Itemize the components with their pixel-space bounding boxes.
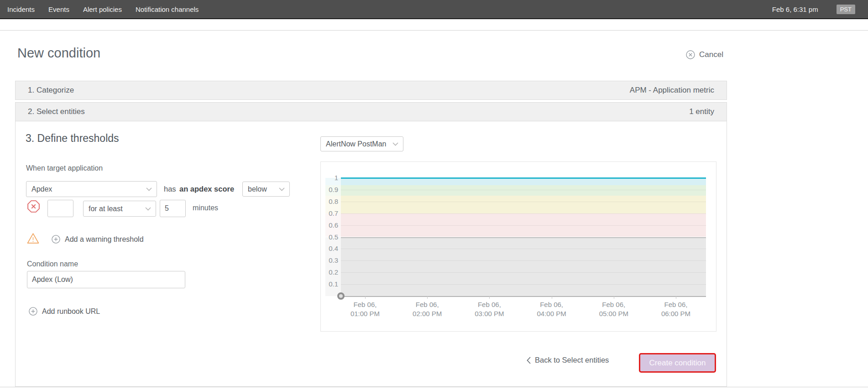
y-axis-tick-label: 0.8 bbox=[321, 198, 338, 205]
x-axis-tick-label: Feb 06,04:00 PM bbox=[522, 300, 581, 318]
duration-operator-select[interactable]: for at least bbox=[83, 201, 156, 217]
timezone-badge: PST bbox=[837, 5, 855, 14]
minutes-label: minutes bbox=[193, 204, 218, 212]
y-axis-tick-label: 0.7 bbox=[321, 209, 338, 217]
plus-circle-icon bbox=[52, 235, 60, 244]
add-warning-label: Add a warning threshold bbox=[65, 235, 144, 244]
has-text: has bbox=[164, 185, 176, 193]
chevron-down-icon bbox=[145, 207, 151, 211]
circle-x-icon bbox=[686, 50, 695, 59]
condition-name-input[interactable] bbox=[27, 271, 185, 288]
duration-minutes-input[interactable] bbox=[160, 200, 186, 217]
y-axis-tick-label: 0.6 bbox=[321, 221, 338, 229]
critical-threshold-input[interactable] bbox=[47, 200, 73, 217]
when-target-label: When target application bbox=[26, 164, 103, 172]
x-axis-tick bbox=[489, 296, 490, 299]
threshold-preview-chart: 10.90.80.70.60.50.40.30.20.1 Feb 06,01:0… bbox=[320, 161, 716, 332]
gridline bbox=[341, 237, 706, 238]
x-axis-tick-label: Feb 06,01:00 PM bbox=[335, 300, 395, 318]
chart-band bbox=[341, 196, 706, 213]
critical-octagon-x-icon bbox=[27, 200, 40, 213]
back-label: Back to Select entities bbox=[535, 356, 609, 364]
chevron-down-icon bbox=[279, 187, 285, 191]
nav-item-notification-channels[interactable]: Notification channels bbox=[136, 5, 199, 13]
y-axis-tick-label: 0.9 bbox=[321, 186, 338, 193]
chart-plot-area bbox=[341, 178, 706, 296]
preview-entity-select[interactable]: AlertNow PostMan bbox=[320, 136, 403, 151]
y-axis-tick-label: 0.2 bbox=[321, 268, 338, 276]
new-condition-page: IncidentsEventsAlert policiesNotificatio… bbox=[0, 0, 868, 390]
threshold-slider-handle[interactable] bbox=[337, 292, 345, 300]
chart-band bbox=[341, 178, 706, 185]
y-axis-tick-label: 1 bbox=[321, 174, 338, 182]
section-heading: 3. Define thresholds bbox=[26, 132, 119, 145]
top-navbar: IncidentsEventsAlert policiesNotificatio… bbox=[0, 0, 868, 19]
nav-datetime: Feb 6, 6:31 pm bbox=[772, 5, 818, 13]
step-label: 1. Categorize bbox=[28, 86, 74, 95]
back-to-select-entities-button[interactable]: Back to Select entities bbox=[527, 356, 609, 364]
x-axis-tick bbox=[365, 296, 366, 299]
x-axis-tick-label: Feb 06,05:00 PM bbox=[584, 300, 643, 318]
nav-item-incidents[interactable]: Incidents bbox=[7, 5, 35, 13]
duration-operator-value: for at least bbox=[89, 205, 123, 213]
step-value: 1 entity bbox=[689, 107, 714, 116]
add-runbook-label: Add runbook URL bbox=[42, 307, 100, 316]
gridline bbox=[341, 225, 706, 226]
create-condition-button[interactable]: Create condition bbox=[640, 354, 715, 371]
chevron-left-icon bbox=[527, 357, 531, 364]
gridline bbox=[341, 260, 706, 261]
apdex-series-line bbox=[341, 177, 706, 179]
y-axis-tick-label: 0.5 bbox=[321, 233, 338, 241]
x-axis-tick-label: Feb 06,03:00 PM bbox=[460, 300, 519, 318]
target-metric-value: Apdex bbox=[31, 185, 52, 193]
step-categorize-row[interactable]: 1. Categorize APM - Application metric bbox=[15, 81, 727, 100]
y-axis-tick-label: 0.4 bbox=[321, 244, 338, 252]
gridline bbox=[341, 284, 706, 285]
chart-x-axis bbox=[338, 296, 706, 297]
gridline bbox=[341, 272, 706, 273]
nav-item-events[interactable]: Events bbox=[48, 5, 69, 13]
gridline bbox=[341, 213, 706, 214]
content-container: New condition Cancel 1. Categorize APM -… bbox=[15, 30, 727, 387]
x-axis-tick bbox=[427, 296, 428, 299]
step-select-entities-row[interactable]: 2. Select entities 1 entity bbox=[15, 102, 727, 121]
chevron-down-icon bbox=[392, 142, 398, 146]
gridline bbox=[341, 249, 706, 249]
y-axis-tick-label: 0.1 bbox=[321, 280, 338, 288]
condition-name-label: Condition name bbox=[27, 260, 78, 268]
add-warning-threshold-button[interactable]: Add a warning threshold bbox=[52, 235, 144, 244]
target-metric-select[interactable]: Apdex bbox=[26, 181, 157, 197]
preview-entity-value: AlertNow PostMan bbox=[326, 140, 387, 148]
footer-divider bbox=[0, 387, 868, 387]
step-label: 2. Select entities bbox=[28, 107, 85, 116]
nav-item-alert-policies[interactable]: Alert policies bbox=[83, 5, 122, 13]
operator-value: below bbox=[248, 185, 267, 193]
x-axis-tick bbox=[552, 296, 552, 299]
gridline bbox=[341, 202, 706, 202]
step-value: APM - Application metric bbox=[630, 86, 714, 95]
x-axis-tick bbox=[614, 296, 614, 299]
warning-triangle-icon bbox=[27, 233, 39, 244]
metric-phrase: an apdex score bbox=[179, 185, 234, 193]
add-runbook-url-button[interactable]: Add runbook URL bbox=[29, 307, 100, 316]
operator-select[interactable]: below bbox=[242, 182, 290, 197]
define-thresholds-panel: 3. Define thresholds When target applica… bbox=[15, 121, 727, 387]
x-axis-tick-label: Feb 06,02:00 PM bbox=[397, 300, 457, 318]
page-title: New condition bbox=[17, 46, 100, 61]
chevron-down-icon bbox=[146, 187, 152, 191]
gridline bbox=[341, 190, 706, 190]
x-axis-tick-label: Feb 06,06:00 PM bbox=[646, 300, 706, 318]
cancel-label: Cancel bbox=[699, 50, 723, 59]
chart-band bbox=[341, 237, 706, 296]
chart-band bbox=[341, 185, 706, 196]
y-axis-tick-label: 0.3 bbox=[321, 256, 338, 264]
cancel-button[interactable]: Cancel bbox=[686, 50, 723, 59]
plus-circle-icon bbox=[29, 307, 37, 316]
x-axis-tick bbox=[676, 296, 676, 299]
